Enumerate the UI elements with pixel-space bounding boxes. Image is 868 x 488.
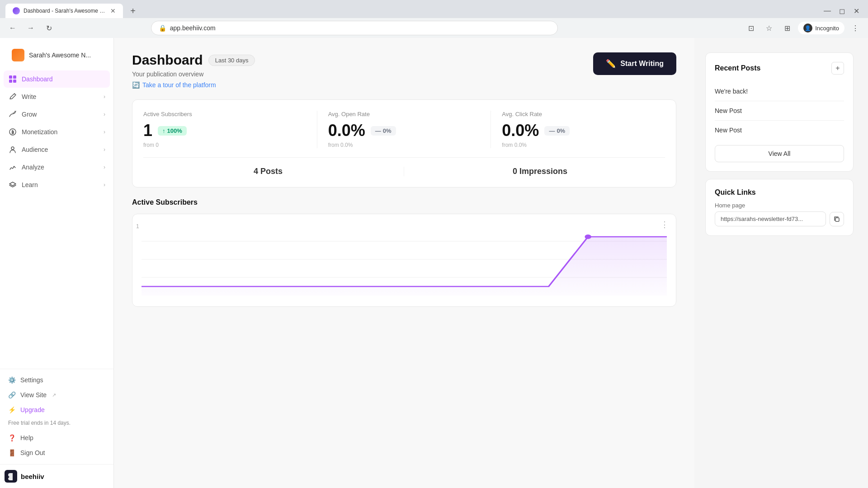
page-title-row: Dashboard Last 30 days: [132, 52, 255, 68]
avg-open-rate-from: from 0.0%: [328, 142, 480, 148]
sidebar-item-label-audience: Audience: [22, 146, 99, 153]
app-container: Sarah's Awesome N... Dashboard: [0, 38, 868, 488]
stats-bottom: 4 Posts 0 Impressions: [143, 167, 665, 176]
avg-open-rate-value: 0.0%: [328, 121, 365, 140]
window-restore-icon[interactable]: ◻: [835, 5, 848, 17]
post-item-3[interactable]: New Post: [715, 121, 844, 140]
sidebar-item-label-write: Write: [22, 93, 99, 100]
settings-item[interactable]: ⚙️ Settings: [4, 373, 110, 387]
sidebar: Sarah's Awesome N... Dashboard: [0, 38, 114, 488]
beehiiv-brand-label: beehiiv: [21, 473, 44, 480]
home-page-url-input: https://sarahs-newsletter-fd73...: [715, 211, 826, 226]
tour-link[interactable]: 🔄 Take a tour of the platform: [132, 81, 255, 89]
sidebar-nav: Dashboard Write ›: [0, 69, 113, 221]
avg-click-rate-badge: — 0%: [544, 126, 570, 136]
grow-icon: [8, 110, 17, 119]
page-title-area: Dashboard Last 30 days Your publication …: [132, 52, 255, 89]
sidebar-item-learn[interactable]: Learn ›: [4, 176, 110, 193]
beehiiv-logo-icon: [5, 470, 17, 483]
post-title-3: New Post: [715, 127, 742, 134]
address-bar[interactable]: 🔒 app.beehiiv.com: [151, 21, 558, 35]
active-subscribers-value: 1: [143, 121, 152, 140]
avg-click-rate-value-row: 0.0% — 0%: [502, 121, 654, 140]
quick-links-card: Quick Links Home page https://sarahs-new…: [705, 179, 854, 236]
svg-rect-3: [13, 80, 16, 83]
start-writing-button[interactable]: ✏️ Start Writing: [593, 52, 676, 75]
view-site-icon: 🔗: [8, 391, 16, 399]
publication-item[interactable]: Sarah's Awesome N...: [7, 45, 106, 65]
view-site-item[interactable]: 🔗 View Site ↗: [4, 388, 110, 402]
sidebar-item-audience[interactable]: Audience ›: [4, 141, 110, 158]
extension-icon[interactable]: ⊞: [780, 21, 794, 35]
right-panel: Recent Posts + We're back! New Post New …: [705, 38, 868, 488]
forward-button[interactable]: →: [24, 21, 38, 35]
post-item-1[interactable]: We're back!: [715, 82, 844, 101]
post-title-2: New Post: [715, 107, 742, 114]
incognito-badge[interactable]: 👤 Incognito: [798, 22, 844, 34]
view-all-button[interactable]: View All: [715, 145, 844, 162]
recent-posts-card: Recent Posts + We're back! New Post New …: [705, 52, 854, 172]
monetization-icon: [8, 127, 17, 136]
nav-extras: ⊡ ☆ ⊞ 👤 Incognito ⋮: [744, 21, 863, 35]
main-area: Dashboard Last 30 days Your publication …: [114, 38, 868, 488]
upgrade-item[interactable]: ⚡ Upgrade: [4, 403, 110, 417]
nav-bar: ← → ↻ 🔒 app.beehiiv.com ⊡ ☆ ⊞ 👤 Incognit…: [0, 18, 868, 38]
post-title-1: We're back!: [715, 88, 748, 95]
menu-icon[interactable]: ⋮: [848, 21, 863, 35]
home-page-section: Home page https://sarahs-newsletter-fd73…: [715, 202, 844, 226]
avg-click-rate-label: Avg. Click Rate: [502, 111, 654, 117]
svg-rect-0: [9, 75, 12, 79]
tab-close-icon[interactable]: ✕: [110, 7, 116, 14]
browser-tab[interactable]: Dashboard - Sarah's Awesome N... ✕: [5, 4, 123, 18]
back-button[interactable]: ←: [5, 21, 20, 35]
sign-out-item[interactable]: 🚪 Sign Out: [4, 446, 110, 460]
svg-marker-10: [142, 237, 667, 296]
avg-click-rate-stat: Avg. Click Rate 0.0% — 0% from 0.0%: [491, 111, 665, 148]
publication-avatar: [12, 49, 24, 61]
new-tab-button[interactable]: +: [127, 5, 139, 17]
home-page-url-row: https://sarahs-newsletter-fd73...: [715, 211, 844, 226]
copy-url-button[interactable]: [830, 212, 844, 226]
neutral-dash-icon: —: [375, 127, 381, 134]
page-subtitle: Your publication overview: [132, 70, 255, 78]
active-subscribers-from: from 0: [143, 142, 306, 148]
tab-label: Dashboard - Sarah's Awesome N...: [24, 8, 107, 14]
sign-out-label: Sign Out: [20, 449, 45, 456]
help-item[interactable]: ❓ Help: [4, 431, 110, 445]
dashboard-icon: [8, 75, 17, 84]
avg-click-rate-from: from 0.0%: [502, 142, 654, 148]
recent-posts-title: Recent Posts: [715, 64, 760, 72]
incognito-label: Incognito: [815, 25, 839, 32]
add-post-button[interactable]: +: [831, 62, 844, 75]
quick-links-title: Quick Links: [715, 188, 756, 196]
analyze-icon: [8, 163, 17, 172]
up-arrow-icon: ↑: [162, 127, 165, 134]
chart-menu-icon[interactable]: ⋮: [660, 220, 669, 230]
cast-icon[interactable]: ⊡: [744, 21, 758, 35]
window-close-icon[interactable]: ✕: [850, 5, 863, 17]
svg-point-5: [11, 147, 14, 150]
post-item-2[interactable]: New Post: [715, 101, 844, 121]
active-subscribers-chart-section: Active Subscribers 1 ⋮: [132, 198, 676, 307]
main-scroll: Dashboard Last 30 days Your publication …: [114, 38, 694, 488]
sidebar-item-dashboard[interactable]: Dashboard: [4, 70, 110, 88]
sidebar-item-grow[interactable]: Grow ›: [4, 106, 110, 123]
incognito-icon: 👤: [803, 23, 812, 33]
bookmark-icon[interactable]: ☆: [762, 21, 776, 35]
chart-container: 1 ⋮: [132, 214, 676, 307]
avg-click-rate-value: 0.0%: [502, 121, 539, 140]
sidebar-item-monetization[interactable]: Monetization ›: [4, 123, 110, 141]
active-subscribers-value-row: 1 ↑ 100%: [143, 121, 306, 140]
url-text: app.beehiiv.com: [170, 24, 550, 32]
date-filter-button[interactable]: Last 30 days: [208, 55, 255, 66]
active-subscribers-badge-value: 100%: [167, 127, 182, 134]
refresh-button[interactable]: ↻: [42, 21, 56, 35]
sidebar-item-label-grow: Grow: [22, 111, 99, 118]
neutral-dash-icon-2: —: [549, 127, 555, 134]
browser-chrome: Dashboard - Sarah's Awesome N... ✕ + — ◻…: [0, 0, 868, 38]
sidebar-item-write[interactable]: Write ›: [4, 88, 110, 105]
beehiiv-brand: beehiiv: [0, 464, 113, 488]
window-minimize-icon[interactable]: —: [821, 5, 834, 17]
svg-rect-1: [13, 75, 16, 79]
sidebar-item-analyze[interactable]: Analyze ›: [4, 159, 110, 176]
